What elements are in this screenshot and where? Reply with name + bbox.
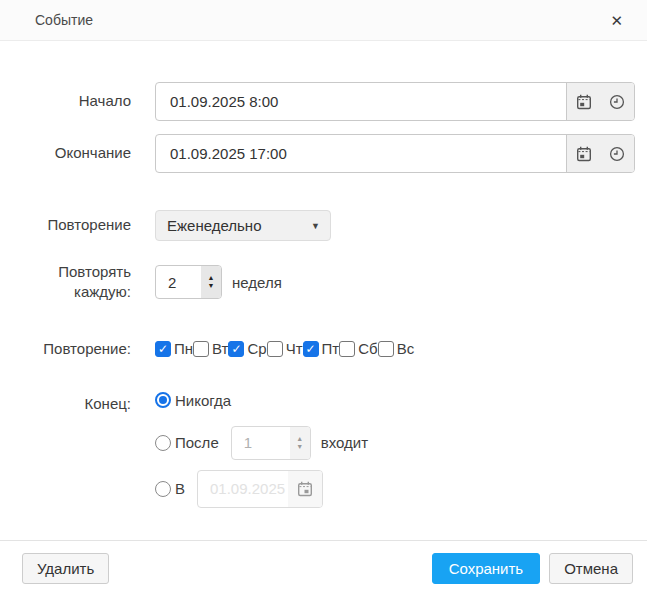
radio-icon[interactable]: [155, 392, 171, 408]
day-checkbox-sat[interactable]: ✓ Сб: [339, 340, 377, 357]
spin-down-icon: ▼: [296, 443, 303, 451]
start-addon: [566, 83, 634, 120]
clock-icon[interactable]: [601, 135, 635, 172]
interval-spin-buttons[interactable]: ▲ ▼: [201, 266, 221, 298]
close-icon[interactable]: ✕: [606, 11, 627, 30]
radio-icon[interactable]: [155, 481, 171, 497]
option-on-date-label: В: [175, 480, 185, 497]
option-on-date[interactable]: В: [155, 470, 368, 508]
delete-button[interactable]: Удалить: [22, 553, 109, 584]
check-icon: ✓: [158, 343, 168, 355]
clock-icon[interactable]: [601, 83, 635, 120]
day-checkbox-fri[interactable]: ✓ Пт: [303, 340, 340, 357]
option-after-label: После: [175, 434, 219, 451]
checkbox-icon[interactable]: ✓: [155, 341, 171, 357]
on-date-input: [198, 471, 288, 507]
end-label: Окончание: [0, 143, 131, 163]
end-row: Окончание: [0, 134, 647, 173]
end-condition-row: Конец: Никогда После ▲ ▼: [0, 392, 647, 508]
day-label: Ср: [247, 340, 266, 357]
interval-suffix: неделя: [232, 274, 282, 291]
dialog-title: Событие: [35, 12, 93, 28]
option-after[interactable]: После ▲ ▼ входит: [155, 426, 368, 460]
checkbox-icon[interactable]: ✓: [378, 341, 394, 357]
start-label: Начало: [0, 91, 131, 111]
after-suffix: входит: [321, 434, 368, 451]
end-addon: [566, 135, 634, 172]
after-count-input: [232, 427, 290, 459]
check-icon: ✓: [306, 343, 316, 355]
end-datetime-input[interactable]: [156, 135, 566, 172]
chevron-down-icon: ▼: [311, 221, 320, 231]
radio-icon[interactable]: [155, 435, 171, 451]
days-checkbox-group: ✓ Пн ✓ Вт ✓ Ср ✓ Чт ✓ Пт: [155, 340, 414, 357]
day-label: Пн: [174, 340, 193, 357]
day-checkbox-wed[interactable]: ✓ Ср: [228, 340, 266, 357]
interval-label: Повторять каждую:: [0, 262, 131, 303]
interval-spinner: ▲ ▼: [155, 265, 222, 299]
day-label: Сб: [358, 340, 377, 357]
recurrence-dropdown[interactable]: Еженедельно ▼: [155, 210, 331, 241]
recurrence-value: Еженедельно: [167, 217, 261, 234]
cancel-button[interactable]: Отмена: [549, 553, 633, 584]
start-datetime-input[interactable]: [156, 83, 566, 120]
day-checkbox-sun[interactable]: ✓ Вс: [378, 340, 415, 357]
start-datetime-group: [155, 82, 635, 121]
days-label: Повторение:: [0, 339, 131, 359]
day-label: Чт: [286, 340, 303, 357]
check-icon: ✓: [231, 343, 241, 355]
dialog-header: Событие ✕: [0, 0, 647, 41]
recurrence-label: Повторение: [0, 215, 131, 235]
end-datetime-group: [155, 134, 635, 173]
option-never-label: Никогда: [175, 392, 231, 409]
day-checkbox-thu[interactable]: ✓ Чт: [267, 340, 303, 357]
calendar-icon[interactable]: [567, 135, 601, 172]
on-date-group: [197, 470, 323, 508]
day-checkbox-mon[interactable]: ✓ Пн: [155, 340, 193, 357]
spin-up-icon[interactable]: ▲: [208, 274, 215, 282]
days-row: Повторение: ✓ Пн ✓ Вт ✓ Ср ✓ Чт: [0, 339, 647, 359]
event-dialog: Событие ✕ Начало: [0, 0, 647, 595]
spin-up-icon: ▲: [296, 435, 303, 443]
checkbox-icon[interactable]: ✓: [267, 341, 283, 357]
day-label: Вс: [397, 340, 415, 357]
checkbox-icon[interactable]: ✓: [303, 341, 319, 357]
after-spin-buttons: ▲ ▼: [290, 427, 310, 459]
checkbox-icon[interactable]: ✓: [339, 341, 355, 357]
dialog-footer: Удалить Сохранить Отмена: [0, 540, 647, 595]
day-label: Пт: [322, 340, 340, 357]
footer-right-buttons: Сохранить Отмена: [432, 553, 633, 584]
end-condition-options: Никогда После ▲ ▼ входит: [155, 392, 368, 508]
recurrence-row: Повторение Еженедельно ▼: [0, 210, 647, 241]
checkbox-icon[interactable]: ✓: [228, 341, 244, 357]
spin-down-icon[interactable]: ▼: [208, 282, 215, 290]
end-condition-label: Конец:: [0, 394, 131, 414]
day-label: Вт: [212, 340, 228, 357]
after-count-spinner: ▲ ▼: [231, 426, 311, 460]
checkbox-icon[interactable]: ✓: [193, 341, 209, 357]
calendar-icon: [288, 471, 322, 507]
option-never[interactable]: Никогда: [155, 392, 368, 409]
calendar-icon[interactable]: [567, 83, 601, 120]
interval-row: Повторять каждую: ▲ ▼ неделя: [0, 262, 647, 303]
dialog-body: Начало: [0, 41, 647, 540]
interval-input[interactable]: [156, 266, 201, 298]
day-checkbox-tue[interactable]: ✓ Вт: [193, 340, 228, 357]
start-row: Начало: [0, 82, 647, 121]
save-button[interactable]: Сохранить: [432, 553, 541, 584]
